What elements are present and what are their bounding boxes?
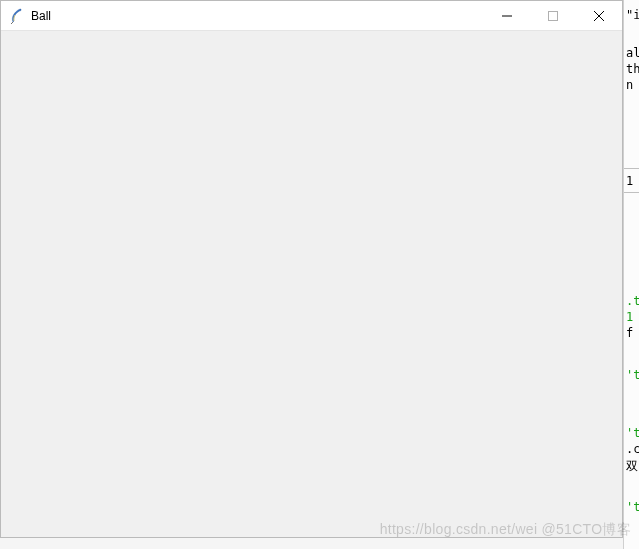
titlebar[interactable]: Ball — [1, 1, 622, 31]
background-code-sliver: "i al th n 1 .t 1 f 't 't .c 双 't — [623, 0, 639, 549]
code-separator — [624, 192, 639, 193]
client-area — [1, 31, 622, 537]
code-fragment: .t — [626, 294, 639, 308]
code-fragment: 't — [626, 426, 639, 440]
code-fragment: "i — [626, 8, 639, 22]
code-fragment: 双 — [626, 458, 638, 475]
window-title: Ball — [31, 9, 51, 23]
minimize-icon — [502, 11, 512, 21]
maximize-button[interactable] — [530, 1, 576, 30]
minimize-button[interactable] — [484, 1, 530, 30]
window-controls — [484, 1, 622, 30]
close-icon — [594, 11, 604, 21]
tk-feather-icon — [9, 8, 25, 24]
code-fragment: n — [626, 78, 633, 92]
code-fragment: 't — [626, 368, 639, 382]
svg-line-0 — [11, 22, 13, 24]
code-fragment: th — [626, 62, 639, 76]
close-button[interactable] — [576, 1, 622, 30]
code-fragment: 1 — [626, 174, 633, 188]
code-separator — [624, 168, 639, 169]
app-window: Ball — [0, 0, 623, 538]
code-fragment: .c — [626, 442, 639, 456]
code-fragment: 't — [626, 500, 639, 514]
code-fragment: al — [626, 46, 639, 60]
code-fragment: f — [626, 326, 633, 340]
maximize-icon — [548, 11, 558, 21]
svg-rect-2 — [549, 11, 558, 20]
code-fragment: 1 — [626, 310, 633, 324]
